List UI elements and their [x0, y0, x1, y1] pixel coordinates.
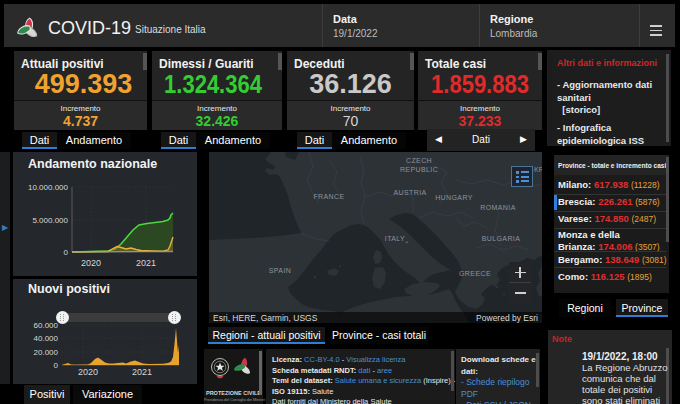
svg-text:0: 0 [54, 361, 59, 370]
svg-text:40.000: 40.000 [34, 334, 59, 343]
svg-text:2020: 2020 [81, 258, 101, 268]
svg-text:REPUBLIC: REPUBLIC [400, 166, 438, 173]
svg-text:0: 0 [64, 248, 69, 257]
svg-text:Esri, HERE, Garmin, USGS: Esri, HERE, Garmin, USGS [213, 313, 318, 323]
svg-text:GREECE: GREECE [459, 270, 491, 277]
svg-text:⌄: ⌄ [404, 238, 409, 244]
svg-text:BULGARIA: BULGARIA [482, 235, 521, 242]
svg-text:2020: 2020 [78, 367, 98, 377]
svg-text:ROMANIA: ROMANIA [480, 204, 515, 211]
svg-text:CZECH: CZECH [406, 157, 432, 164]
svg-text:ITALY: ITALY [385, 235, 405, 242]
svg-text:10.000.000: 10.000.000 [28, 183, 69, 192]
svg-text:20.000: 20.000 [34, 348, 59, 357]
svg-text:60.000: 60.000 [34, 321, 59, 330]
svg-text:AUSTRIA: AUSTRIA [393, 189, 426, 196]
svg-text:SPAIN: SPAIN [269, 267, 292, 274]
svg-text:Powered by Esri: Powered by Esri [476, 313, 538, 323]
svg-text:2021: 2021 [132, 367, 152, 377]
svg-text:2021: 2021 [136, 258, 156, 268]
svg-text:HUNGARY: HUNGARY [435, 194, 473, 201]
svg-text:5.000.000: 5.000.000 [32, 216, 68, 225]
svg-text:FRANCE: FRANCE [313, 193, 344, 200]
